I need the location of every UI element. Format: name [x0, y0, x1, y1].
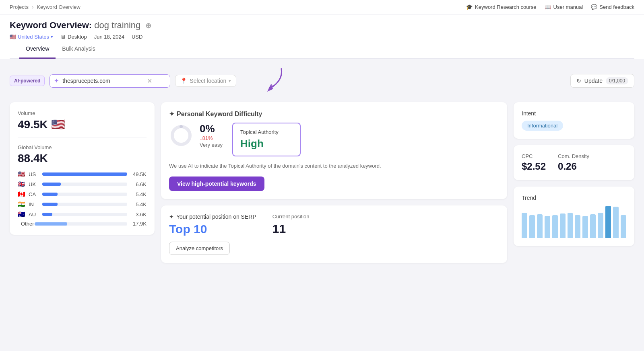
- top-nav-links: 🎓 Keyword Research course 📖 User manual …: [466, 4, 634, 10]
- topical-value: High: [240, 138, 293, 150]
- analyze-competitors-button[interactable]: Analyze competitors: [169, 242, 230, 255]
- current-position-label: Current position: [272, 213, 310, 220]
- serp-sparkle-icon: ✦: [169, 213, 174, 220]
- country-bar-item: 🇮🇳 IN 5.4K: [18, 201, 147, 208]
- cpc-density-inner: CPC $2.52 Com. Density 0.26: [522, 153, 626, 172]
- svg-point-1: [172, 127, 190, 144]
- update-button[interactable]: ↻ Update 0/1,000: [570, 74, 634, 88]
- chevron-down-icon: ▾: [51, 34, 53, 39]
- intent-card: Intent Informational: [514, 102, 634, 139]
- page-meta: 🇺🇸 United States ▾ 🖥 Desktop Jun 18, 202…: [10, 34, 634, 40]
- arrow-hint: [249, 67, 285, 95]
- country-code: AU: [29, 211, 39, 218]
- trend-bar: [605, 206, 611, 238]
- page-title: Keyword Overview: dog training ⊕: [10, 20, 634, 31]
- country-bar-item: 🇨🇦 CA 5.4K: [18, 191, 147, 198]
- page-header: Keyword Overview: dog training ⊕ 🇺🇸 Unit…: [0, 14, 644, 59]
- country-code: CA: [29, 191, 39, 197]
- page-title-prefix: Keyword Overview:: [10, 20, 92, 30]
- density-label: Com. Density: [558, 153, 589, 159]
- trend-bar: [582, 216, 588, 238]
- bar-value: 17.9K: [130, 221, 147, 227]
- donut-chart: [169, 123, 193, 148]
- view-keywords-button[interactable]: View high-potential keywords: [169, 177, 264, 191]
- country-code: IN: [29, 201, 39, 207]
- country-code: US: [29, 171, 39, 177]
- add-keyword-icon[interactable]: ⊕: [145, 22, 151, 30]
- country-bar-item: 🇺🇸 US 49.5K: [18, 170, 147, 178]
- update-count-badge: 0/1,000: [606, 77, 628, 84]
- country-flag-icon: 🇦🇺: [18, 211, 25, 218]
- send-feedback-link[interactable]: 💬 Send feedback: [591, 4, 634, 10]
- trend-bar: [529, 215, 535, 238]
- pkd-easy-label: Very easy: [200, 142, 223, 148]
- volume-label: Volume: [18, 110, 147, 116]
- search-bar: AI-powered ✦ ✕ 📍 Select location ▾ ↻ Upd…: [10, 67, 634, 95]
- keyword-course-link[interactable]: 🎓 Keyword Research course: [466, 4, 536, 10]
- bar-background: [42, 213, 127, 216]
- country-selector[interactable]: 🇺🇸 United States ▾: [10, 34, 53, 40]
- trend-bar: [568, 213, 573, 238]
- pkd-title-text: Personal Keyword Difficulty: [177, 111, 262, 118]
- bar-value: 6.6K: [130, 181, 147, 187]
- global-volume-label: Global Volume: [18, 144, 147, 150]
- pkd-pct-value: 0%: [200, 123, 223, 135]
- serp-inner: ✦ Your potential position on SERP Top 10…: [169, 213, 499, 255]
- tabs-list: Overview Bulk Analysis: [19, 40, 625, 58]
- middle-column: ✦ Personal Keyword Difficulty 0%: [161, 102, 507, 263]
- graduation-icon: 🎓: [466, 4, 473, 10]
- us-flag-icon: 🇺🇸: [10, 34, 16, 40]
- bar-value: 49.5K: [130, 171, 147, 177]
- pkd-card: ✦ Personal Keyword Difficulty 0%: [161, 102, 507, 199]
- trend-bar: [537, 214, 543, 238]
- book-icon: 📖: [545, 4, 551, 10]
- trend-card: Trend: [514, 187, 634, 246]
- manual-link-label: User manual: [553, 4, 583, 10]
- bar-fill: [42, 213, 52, 216]
- bar-fill: [42, 193, 58, 196]
- country-flag-icon: 🇺🇸: [18, 170, 25, 178]
- user-manual-link[interactable]: 📖 User manual: [545, 4, 583, 10]
- desktop-icon: 🖥: [60, 34, 66, 40]
- intent-label: Intent: [522, 110, 626, 117]
- bar-value: 5.4K: [130, 201, 147, 207]
- bar-background: [42, 172, 127, 176]
- pkd-inner: 0% ↓81% Very easy Topical Authority High: [169, 123, 499, 156]
- trend-bar: [560, 213, 566, 238]
- breadcrumb: Projects › Keyword Overview: [10, 4, 80, 10]
- pkd-title: ✦ Personal Keyword Difficulty: [169, 110, 499, 118]
- cpc-item: CPC $2.52: [522, 153, 546, 172]
- sparkle-icon: ✦: [54, 77, 59, 84]
- bar-fill: [35, 222, 67, 226]
- keyword-value: dog training: [94, 20, 140, 30]
- right-column: Intent Informational CPC $2.52 Com. Dens…: [514, 102, 634, 246]
- location-selector[interactable]: 📍 Select location ▾: [175, 75, 236, 87]
- cpc-value: $2.52: [522, 161, 546, 172]
- domain-input-wrap: ✦ ✕: [50, 74, 170, 88]
- cpc-label: CPC: [522, 153, 546, 159]
- course-link-label: Keyword Research course: [475, 4, 536, 10]
- trend-bar: [522, 213, 527, 238]
- content-grid: Volume 49.5K 🇺🇸 Global Volume 88.4K 🇺🇸 U…: [10, 102, 634, 263]
- tab-overview[interactable]: Overview: [19, 40, 56, 59]
- location-placeholder: Select location: [190, 78, 226, 84]
- device-label: Desktop: [68, 34, 87, 40]
- comment-icon: 💬: [591, 4, 597, 10]
- bar-value: 3.6K: [130, 211, 147, 218]
- country-flag-icon: 🇨🇦: [18, 191, 25, 198]
- bar-background: [42, 193, 127, 196]
- tab-bulk-analysis[interactable]: Bulk Analysis: [56, 40, 101, 59]
- country-flag-icon: 🇮🇳: [18, 201, 25, 208]
- breadcrumb-projects[interactable]: Projects: [10, 4, 29, 10]
- serp-left: ✦ Your potential position on SERP Top 10…: [169, 213, 256, 255]
- bar-background: [35, 222, 127, 226]
- current-position-value: 11: [272, 222, 310, 236]
- domain-input[interactable]: [62, 78, 143, 84]
- trend-bar: [545, 216, 550, 238]
- clear-domain-button[interactable]: ✕: [146, 77, 153, 85]
- topical-authority-box: Topical Authority High: [232, 123, 301, 156]
- pkd-percentage: 0% ↓81% Very easy: [200, 123, 223, 148]
- trend-bar: [613, 207, 619, 238]
- volume-section: Volume 49.5K 🇺🇸: [18, 110, 147, 138]
- pkd-left: 0% ↓81% Very easy: [169, 123, 223, 148]
